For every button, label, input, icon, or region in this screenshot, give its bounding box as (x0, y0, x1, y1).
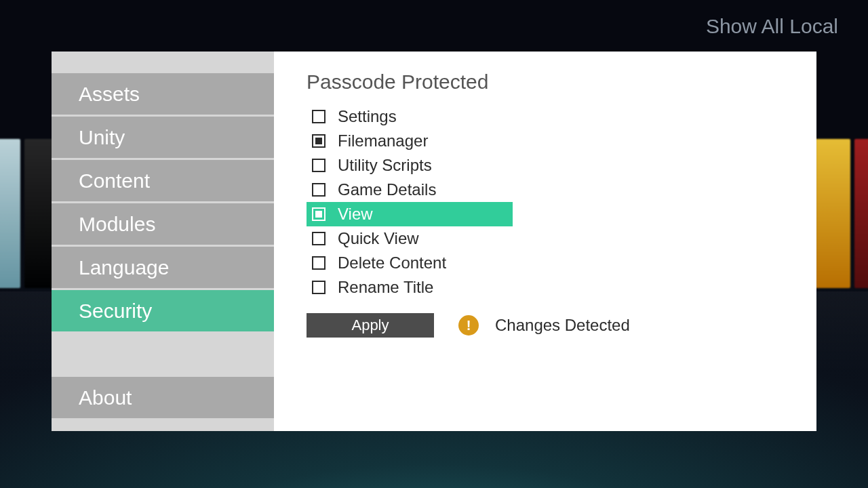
option-filemanager[interactable]: Filemanager (307, 129, 513, 153)
option-settings[interactable]: Settings (307, 104, 513, 129)
sidebar-item-label: Content (79, 169, 150, 192)
sidebar-item-content[interactable]: Content (52, 160, 274, 203)
option-label: Filemanager (338, 131, 428, 150)
sidebar-item-label: Assets (79, 83, 140, 106)
checkbox-icon (312, 232, 326, 245)
option-rename-title[interactable]: Rename Title (307, 275, 513, 300)
checkbox-icon (312, 159, 326, 172)
sidebar-item-label: Unity (79, 126, 125, 149)
option-label: Game Details (338, 180, 436, 199)
sidebar-item-label: Modules (79, 213, 155, 236)
option-label: Rename Title (338, 278, 433, 297)
checkbox-icon (312, 256, 326, 270)
checkbox-icon (312, 110, 326, 123)
option-label: View (338, 205, 373, 224)
cover-art (854, 139, 868, 288)
passcode-options: Settings Filemanager Utility Scripts Gam… (307, 104, 784, 300)
cover-art (0, 139, 20, 288)
sidebar-item-about[interactable]: About (52, 377, 274, 420)
option-utility-scripts[interactable]: Utility Scripts (307, 153, 513, 178)
settings-content: Passcode Protected Settings Filemanager … (274, 52, 816, 431)
checkbox-icon (312, 134, 326, 148)
sidebar-item-label: Security (79, 300, 152, 323)
sidebar-item-security[interactable]: Security (52, 290, 274, 333)
checkbox-icon (312, 207, 326, 221)
option-label: Settings (338, 107, 397, 126)
action-row: Apply ! Changes Detected (307, 313, 784, 338)
option-delete-content[interactable]: Delete Content (307, 251, 513, 275)
sidebar-item-label: About (79, 386, 132, 409)
option-label: Utility Scripts (338, 156, 432, 175)
sidebar-item-unity[interactable]: Unity (52, 117, 274, 160)
section-title: Passcode Protected (307, 70, 784, 94)
status-text: Changes Detected (495, 316, 630, 335)
apply-button[interactable]: Apply (307, 313, 434, 338)
sidebar-item-label: Language (79, 256, 169, 279)
sidebar-item-language[interactable]: Language (52, 247, 274, 290)
warning-icon: ! (458, 315, 479, 336)
option-label: Quick View (338, 229, 419, 248)
filter-label: Show All Local (706, 15, 838, 38)
sidebar-item-assets[interactable]: Assets (52, 73, 274, 117)
option-label: Delete Content (338, 253, 446, 272)
option-quick-view[interactable]: Quick View (307, 226, 513, 251)
option-game-details[interactable]: Game Details (307, 178, 513, 202)
checkbox-icon (312, 183, 326, 197)
settings-dialog: Assets Unity Content Modules Language Se… (52, 52, 816, 431)
settings-sidebar: Assets Unity Content Modules Language Se… (52, 52, 274, 431)
sidebar-item-modules[interactable]: Modules (52, 203, 274, 247)
option-view[interactable]: View (307, 202, 513, 226)
checkbox-icon (312, 281, 326, 294)
